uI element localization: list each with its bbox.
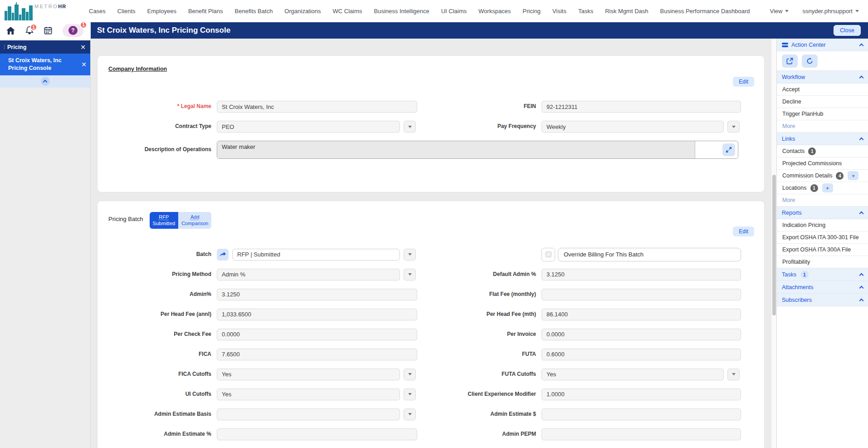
alerts-button[interactable]: 1 <box>25 26 34 34</box>
ui-cutoffs-dropdown-button[interactable] <box>404 389 416 400</box>
per-head-fee-annl-input[interactable]: 1,033.6500 <box>217 309 417 320</box>
admin-estimate-basis-input[interactable] <box>217 409 400 420</box>
help-button[interactable]: ? 1 <box>63 24 83 37</box>
caret-down-icon <box>408 393 412 395</box>
ui-cutoffs-input[interactable]: Yes <box>217 389 400 400</box>
fica-cutoffs-dropdown-button[interactable] <box>404 369 416 380</box>
add-commission-details-button[interactable]: + <box>848 171 858 180</box>
company-information-link[interactable]: Company Information <box>108 66 167 72</box>
section-workflow[interactable]: Workflow <box>777 71 868 84</box>
nav-item-organizations[interactable]: Organizations <box>278 8 327 15</box>
action-item-more[interactable]: More <box>777 120 868 133</box>
contract-type-input[interactable]: PEO <box>217 121 400 133</box>
action-item-trigger-planhub[interactable]: Trigger PlanHub <box>777 108 868 120</box>
company-info-edit-button[interactable]: Edit <box>733 77 754 87</box>
nav-item-cases[interactable]: Cases <box>83 8 112 15</box>
nav-item-clients[interactable]: Clients <box>112 8 141 15</box>
per-check-fee-input[interactable]: 0.0000 <box>217 329 417 340</box>
nav-item-benefits-batch[interactable]: Benefits Batch <box>229 8 279 15</box>
pricing-batch-card: Pricing Batch RFPSubmittedAddComparison … <box>97 201 765 448</box>
futa-cutoffs-dropdown-button[interactable] <box>727 369 740 380</box>
nav-item-risk-mgmt-dash[interactable]: Risk Mgmt Dash <box>599 8 654 15</box>
admin-estimate-input[interactable] <box>541 409 741 420</box>
nav-item-workspaces[interactable]: Workspaces <box>473 8 517 15</box>
per-head-fee-mth-input[interactable]: 86.1400 <box>541 309 741 320</box>
section-links[interactable]: Links <box>777 133 868 145</box>
pricing-method-input[interactable]: Admin % <box>217 269 400 281</box>
share-batch-button[interactable] <box>217 249 229 261</box>
nav-item-tasks[interactable]: Tasks <box>572 8 599 15</box>
admin-estimate-input[interactable] <box>217 428 417 440</box>
calendar-button[interactable] <box>44 26 52 34</box>
user-menu[interactable]: ssnyder.phrsupport <box>802 8 859 15</box>
app-logo[interactable]: METROHR <box>0 0 83 22</box>
refresh-button[interactable] <box>802 54 818 68</box>
nav-item-employees[interactable]: Employees <box>141 8 182 15</box>
chevron-up-icon <box>859 273 864 277</box>
collapse-button[interactable] <box>41 77 50 86</box>
batch-dropdown-button[interactable] <box>404 249 416 261</box>
action-item-decline[interactable]: Decline <box>777 96 868 108</box>
per-invoice-input[interactable]: 0.0000 <box>541 329 741 340</box>
scrollbar-thumb[interactable] <box>772 175 776 315</box>
pricing-method-dropdown-button[interactable] <box>404 269 416 281</box>
fica-input[interactable]: 7.6500 <box>217 349 417 360</box>
view-menu[interactable]: View <box>770 8 789 15</box>
nav-item-business-performance-dashboard[interactable]: Business Performance Dashboard <box>654 8 756 15</box>
nav-item-ui-claims[interactable]: UI Claims <box>435 8 473 15</box>
sidebar-item-pricing-console[interactable]: St Croix Waters, Inc Pricing Console ✕ <box>0 54 90 75</box>
section-attachments[interactable]: Attachments <box>777 281 868 294</box>
batch-input[interactable]: RFP | Submitted <box>232 249 400 261</box>
close-button[interactable]: Close <box>834 25 861 36</box>
sidebar-close-button[interactable]: ✕ <box>80 44 86 50</box>
action-item-accept[interactable]: Accept <box>777 84 868 96</box>
action-item-export-osha-ita-300-301-file[interactable]: Export OSHA ITA 300-301 File <box>777 231 868 244</box>
default-admin-input[interactable]: 3.1250 <box>541 269 741 281</box>
form-row: Admin%3.1250Flat Fee (monthly) <box>98 289 764 300</box>
pay-frequency-input[interactable]: Weekly <box>541 121 724 133</box>
action-item-profitability[interactable]: Profitability <box>777 256 868 268</box>
action-center-header[interactable]: Action Center <box>777 39 868 51</box>
client-experience-modifier-input[interactable]: 1.0000 <box>541 389 741 400</box>
tab-add-comparison[interactable]: AddComparison <box>178 212 211 229</box>
admin-input[interactable]: 3.1250 <box>217 289 417 300</box>
section-tasks[interactable]: Tasks1 <box>777 268 868 281</box>
action-item-contacts[interactable]: Contacts1 <box>777 145 868 158</box>
description-of-operations-input[interactable]: Water maker <box>217 141 695 158</box>
action-item-locations[interactable]: Locations1+ <box>777 182 868 194</box>
nav-item-pricing[interactable]: Pricing <box>517 8 546 15</box>
fica-cutoffs-input[interactable]: Yes <box>217 369 400 380</box>
action-item-indication-pricing[interactable]: Indication Pricing <box>777 219 868 231</box>
action-item-projected-commissions[interactable]: Projected Commissions <box>777 158 868 170</box>
fein-input[interactable]: 92-1212311 <box>541 101 741 113</box>
futa-input[interactable]: 0.6000 <box>541 349 741 360</box>
nav-item-benefit-plans[interactable]: Benefit Plans <box>182 8 229 15</box>
action-item-export-osha-ita-300a-file[interactable]: Export OSHA ITA 300A File <box>777 244 868 256</box>
section-title: Links <box>782 136 795 142</box>
vertical-scrollbar[interactable] <box>771 39 776 448</box>
action-item-more[interactable]: More <box>777 194 868 207</box>
futa-cutoffs-input[interactable]: Yes <box>541 369 724 380</box>
sidebar-item-close-button[interactable]: ✕ <box>81 61 87 68</box>
section-reports[interactable]: Reports <box>777 207 868 219</box>
override-billing-checkbox[interactable] <box>541 248 555 261</box>
action-item-commission-details[interactable]: Commission Details4+ <box>777 170 868 182</box>
pricing-batch-edit-button[interactable]: Edit <box>733 226 754 236</box>
drag-handle-icon[interactable]: ⋮ <box>2 44 7 50</box>
admin-pepm-input[interactable] <box>541 428 741 440</box>
open-in-new-window-button[interactable] <box>782 54 798 68</box>
flat-fee-monthly-input[interactable] <box>541 289 741 300</box>
nav-item-wc-claims[interactable]: WC Claims <box>327 8 368 15</box>
contract-type-dropdown-button[interactable] <box>404 121 416 133</box>
add-locations-button[interactable]: + <box>822 183 833 192</box>
legal-name-input[interactable]: St Croix Waters, Inc <box>217 101 417 113</box>
tab-rfp-submitted[interactable]: RFPSubmitted <box>150 212 179 229</box>
nav-item-business-intelligence[interactable]: Business Intelligence <box>368 8 435 15</box>
admin-estimate-basis-dropdown-button[interactable] <box>404 409 416 420</box>
home-button[interactable] <box>6 27 15 34</box>
expand-button[interactable] <box>722 143 735 156</box>
section-subscribers[interactable]: Subscribers <box>777 294 868 306</box>
nav-item-visits[interactable]: Visits <box>546 8 572 15</box>
sidebar-header[interactable]: ⋮ Pricing ✕ <box>0 40 90 54</box>
pay-frequency-dropdown-button[interactable] <box>727 121 740 133</box>
